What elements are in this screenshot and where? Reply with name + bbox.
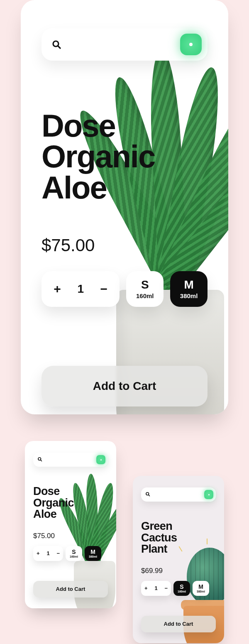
quantity-value: 1	[46, 550, 49, 556]
size-option-s[interactable]: S 160ml	[173, 581, 190, 596]
size-code: S	[180, 584, 183, 590]
title-line: Aloe	[33, 508, 56, 520]
dot-icon	[100, 459, 102, 460]
search-bar	[33, 453, 108, 467]
search-bar	[141, 487, 216, 502]
quantity-stepper: + 1 −	[141, 581, 171, 596]
size-volume: 380ml	[89, 555, 97, 558]
product-title: Green Cactus Plant	[141, 521, 216, 555]
size-volume: 160ml	[70, 555, 78, 558]
size-volume: 380ml	[197, 590, 205, 593]
product-price: $75.00	[42, 235, 208, 255]
search-bar	[42, 28, 208, 61]
button-label: Add to Cart	[93, 380, 156, 393]
product-title: Dose Organic Aloe	[42, 110, 208, 203]
product-card-thumb: Dose Organic Aloe $75.00 + 1 − S 160ml M…	[25, 441, 116, 608]
size-option-m[interactable]: M 380ml	[170, 271, 208, 307]
quantity-decrease[interactable]: −	[96, 282, 111, 296]
button-label: Add to Cart	[164, 621, 193, 627]
title-line: Plant	[141, 543, 167, 555]
size-option-m[interactable]: M 380ml	[85, 546, 101, 561]
size-code: M	[184, 279, 193, 291]
filter-button[interactable]	[204, 490, 213, 499]
size-option-s[interactable]: S 160ml	[126, 271, 164, 307]
quantity-value: 1	[77, 282, 84, 296]
title-line: Cactus	[141, 531, 177, 544]
add-to-cart-button[interactable]: Add to Cart	[141, 616, 216, 632]
quantity-increase[interactable]: +	[37, 551, 40, 556]
product-card: Dose Organic Aloe $75.00 + 1 − S 160ml M…	[21, 0, 228, 414]
quantity-decrease[interactable]: −	[164, 585, 168, 591]
size-code: M	[90, 549, 95, 555]
quantity-stepper: + 1 −	[42, 271, 120, 307]
search-input[interactable]	[61, 28, 180, 61]
product-title: Dose Organic Aloe	[33, 486, 108, 520]
product-price: $75.00	[33, 532, 108, 540]
title-line: Aloe	[42, 170, 107, 205]
svg-line-5	[149, 495, 150, 496]
quantity-decrease[interactable]: −	[56, 551, 60, 556]
size-option-s[interactable]: S 160ml	[66, 546, 82, 561]
svg-line-3	[41, 460, 42, 461]
size-volume: 380ml	[180, 292, 198, 299]
quantity-value: 1	[154, 585, 157, 591]
size-code: S	[141, 279, 149, 291]
size-code: M	[198, 584, 203, 590]
dot-icon	[189, 43, 193, 46]
title-line: Dose	[42, 108, 115, 143]
title-line: Dose	[33, 485, 60, 497]
search-icon	[51, 39, 61, 49]
add-to-cart-button[interactable]: Add to Cart	[33, 581, 108, 597]
size-volume: 160ml	[136, 292, 154, 299]
svg-line-1	[58, 46, 60, 48]
size-volume: 160ml	[178, 590, 186, 593]
search-icon	[145, 491, 150, 498]
add-to-cart-button[interactable]: Add to Cart	[42, 366, 208, 406]
button-label: Add to Cart	[56, 586, 85, 592]
filter-button[interactable]	[96, 455, 105, 464]
quantity-increase[interactable]: +	[144, 585, 148, 591]
quantity-stepper: + 1 −	[33, 546, 63, 561]
title-line: Green	[141, 520, 172, 532]
filter-button[interactable]	[180, 34, 202, 55]
title-line: Organic	[33, 497, 74, 509]
title-line: Organic	[42, 139, 155, 174]
quantity-increase[interactable]: +	[50, 282, 65, 296]
search-icon	[37, 456, 42, 463]
dot-icon	[208, 494, 210, 495]
size-code: S	[72, 549, 76, 555]
product-card-thumb: Green Cactus Plant $69.99 + 1 − S 160ml …	[133, 476, 224, 643]
size-option-m[interactable]: M 380ml	[193, 581, 209, 596]
product-price: $69.99	[141, 567, 216, 575]
